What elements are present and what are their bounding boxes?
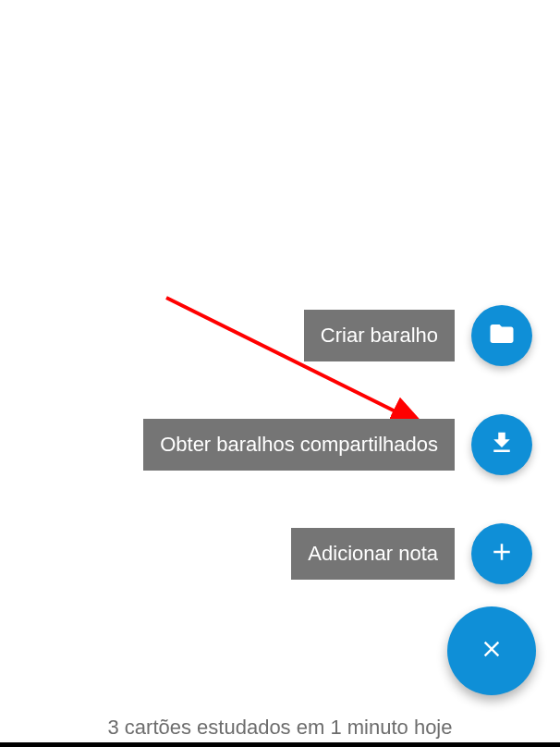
fab-label-get-shared: Obter baralhos compartilhados <box>143 419 455 471</box>
create-deck-button[interactable] <box>471 305 532 366</box>
plus-icon <box>488 538 516 569</box>
fab-label-text: Criar baralho <box>321 324 438 347</box>
fab-label-text: Obter baralhos compartilhados <box>160 433 438 456</box>
close-icon <box>479 636 505 666</box>
fab-label-add-note: Adicionar nota <box>291 528 455 580</box>
folder-icon <box>488 320 516 351</box>
bottom-bar <box>0 742 560 747</box>
fab-action-add-note: Adicionar nota <box>291 523 532 584</box>
add-note-button[interactable] <box>471 523 532 584</box>
close-fab-button[interactable] <box>447 606 536 695</box>
get-shared-decks-button[interactable] <box>471 414 532 475</box>
fab-label-create-deck: Criar baralho <box>304 310 455 361</box>
download-icon <box>488 429 516 460</box>
fab-label-text: Adicionar nota <box>308 542 438 565</box>
study-status-text: 3 cartões estudados em 1 minuto hoje <box>0 716 560 740</box>
fab-action-get-shared: Obter baralhos compartilhados <box>143 414 532 475</box>
fab-action-create-deck: Criar baralho <box>304 305 532 366</box>
